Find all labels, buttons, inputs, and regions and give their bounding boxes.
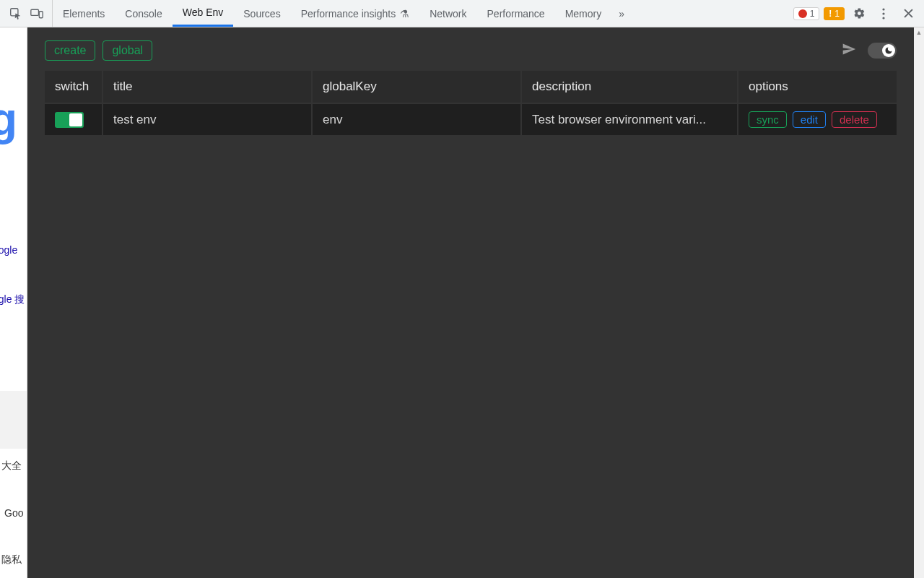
- tab-memory[interactable]: Memory: [555, 0, 612, 27]
- row-enable-toggle[interactable]: [55, 112, 84, 128]
- col-description: description: [521, 71, 738, 103]
- toolbar-right: [842, 42, 897, 59]
- tabs-overflow-icon[interactable]: »: [611, 0, 632, 27]
- warning-badge[interactable]: ! 1: [824, 7, 845, 20]
- web-env-panel: create global switch title globalKey des…: [27, 27, 914, 578]
- col-switch: switch: [45, 71, 103, 103]
- row-description: Test browser environment vari...: [521, 103, 738, 135]
- panel-toolbar: create global: [45, 40, 897, 61]
- devtools-tab-bar: Elements Console Web Env Sources Perform…: [0, 0, 924, 27]
- edit-button[interactable]: edit: [793, 111, 826, 128]
- sliver-text-3: 大全: [1, 460, 22, 473]
- col-globalkey: globalKey: [312, 71, 521, 103]
- tab-label: Performance insights: [301, 8, 396, 20]
- tab-web-env[interactable]: Web Env: [173, 0, 234, 27]
- env-table: switch title globalKey description optio…: [45, 71, 897, 135]
- inspect-element-icon[interactable]: [4, 0, 26, 27]
- tab-performance-insights[interactable]: Performance insights ⚗: [291, 0, 420, 27]
- device-toolbar-icon[interactable]: [26, 0, 48, 27]
- row-option-buttons: sync edit delete: [749, 111, 886, 128]
- devtools-tabs: Elements Console Web Env Sources Perform…: [53, 0, 788, 27]
- toggle-knob: [69, 113, 82, 126]
- create-button[interactable]: create: [45, 40, 95, 61]
- vertical-scrollbar[interactable]: ▲: [914, 27, 924, 578]
- tab-sources[interactable]: Sources: [233, 0, 290, 27]
- global-button[interactable]: global: [103, 40, 152, 61]
- svg-point-4: [882, 12, 884, 14]
- svg-point-5: [882, 17, 884, 19]
- sliver-footer-bg: [0, 391, 27, 449]
- scroll-up-arrow-icon[interactable]: ▲: [914, 27, 924, 38]
- warning-icon: !: [829, 9, 832, 19]
- theme-toggle[interactable]: [868, 43, 897, 59]
- svg-rect-1: [31, 9, 39, 15]
- close-devtools-icon[interactable]: [898, 0, 918, 27]
- sync-button[interactable]: sync: [749, 111, 787, 128]
- sliver-text-1: oogle: [0, 244, 17, 256]
- toolbar-left: create global: [45, 40, 152, 61]
- tab-elements[interactable]: Elements: [53, 0, 115, 27]
- devtools-left-icons: [0, 0, 53, 27]
- sliver-text-4: Goo: [4, 507, 23, 519]
- row-title: test env: [103, 103, 312, 135]
- send-plane-icon[interactable]: [842, 42, 856, 59]
- underlying-page-sliver: og oogle ogle 搜 大全 Goo 隐私: [0, 27, 27, 578]
- google-logo-fragment: og: [0, 92, 14, 146]
- moon-icon: [884, 46, 893, 55]
- tab-network[interactable]: Network: [419, 0, 476, 27]
- sliver-text-5: 隐私: [1, 553, 22, 566]
- svg-point-3: [882, 8, 884, 10]
- col-options: options: [738, 71, 897, 103]
- error-count: 1: [810, 9, 815, 19]
- row-globalkey: env: [312, 103, 521, 135]
- error-dot-icon: [798, 9, 807, 18]
- theme-toggle-knob: [882, 44, 895, 57]
- table-row: test env env Test browser environment va…: [45, 103, 897, 135]
- table-header-row: switch title globalKey description optio…: [45, 71, 897, 103]
- sliver-text-2: ogle 搜: [0, 293, 25, 306]
- tab-console[interactable]: Console: [115, 0, 172, 27]
- svg-rect-2: [39, 11, 43, 17]
- kebab-menu-icon[interactable]: [873, 0, 894, 27]
- col-title: title: [103, 71, 312, 103]
- settings-gear-icon[interactable]: [849, 0, 869, 27]
- devtools-right-controls: 1 ! 1: [788, 0, 924, 27]
- error-badge[interactable]: 1: [793, 7, 820, 20]
- tab-performance[interactable]: Performance: [477, 0, 555, 27]
- delete-button[interactable]: delete: [832, 111, 877, 128]
- warning-count: 1: [834, 9, 840, 19]
- beaker-icon: ⚗: [400, 8, 409, 20]
